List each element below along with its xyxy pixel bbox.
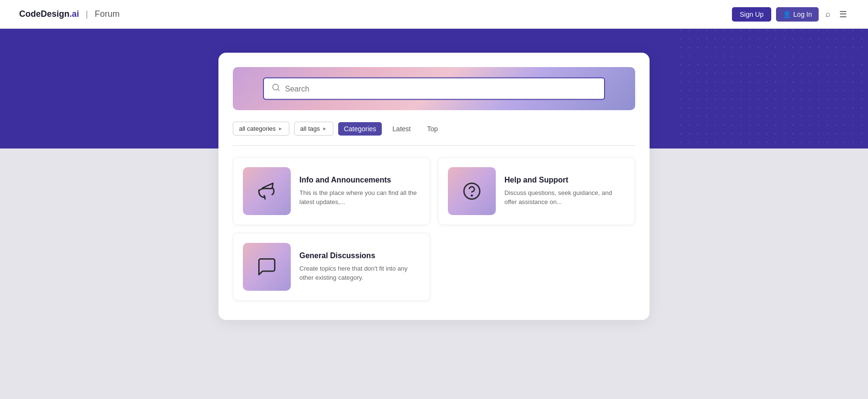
category-content-general: General Discussions Create topics here t… [299,251,420,283]
category-title-help: Help and Support [504,176,625,184]
tab-latest[interactable]: Latest [387,122,416,136]
category-icon-wrapper-info [243,167,291,215]
user-icon: 👤 [783,11,791,18]
category-card-help-support[interactable]: Help and Support Discuss questions, seek… [438,157,635,225]
category-card-general-discussions[interactable]: General Discussions Create topics here t… [233,233,430,301]
categories-filter-label: all categories [239,125,276,132]
category-desc-help: Discuss questions, seek guidance, and of… [504,188,625,207]
tab-top[interactable]: Top [421,122,444,136]
question-circle-icon [461,181,482,202]
signup-button[interactable]: Sign Up [732,7,771,22]
category-icon-wrapper-help [448,167,496,215]
category-title-info: Info and Announcements [299,176,420,184]
all-categories-filter[interactable]: all categories ► [233,122,289,136]
header: CodeDesign.ai | Forum Sign Up 👤 Log In ⌕… [0,0,868,29]
category-desc-general: Create topics here that don't fit into a… [299,264,420,283]
search-input[interactable] [285,84,596,93]
search-icon[interactable]: ⌕ [823,7,833,21]
category-content-help: Help and Support Discuss questions, seek… [504,176,625,207]
filter-row: all categories ► all tags ► Categories L… [233,122,635,136]
category-title-general: General Discussions [299,251,420,260]
categories-arrow-icon: ► [278,126,283,131]
banner [233,67,635,110]
search-icon [272,83,280,94]
forum-label: Forum [95,9,120,19]
forum-card: all categories ► all tags ► Categories L… [218,53,650,320]
svg-line-1 [277,89,279,91]
category-desc-info: This is the place where you can find all… [299,188,420,207]
search-wrapper [263,78,605,100]
tab-categories[interactable]: Categories [338,122,382,136]
logo: CodeDesign.ai | Forum [19,9,120,19]
tags-filter-label: all tags [300,125,320,132]
divider [233,145,635,146]
categories-grid: Info and Announcements This is the place… [233,157,635,301]
all-tags-filter[interactable]: all tags ► [294,122,333,136]
header-actions: Sign Up 👤 Log In ⌕ ☰ [732,7,849,22]
category-card-info-announcements[interactable]: Info and Announcements This is the place… [233,157,430,225]
megaphone-icon [256,181,277,202]
menu-icon[interactable]: ☰ [837,7,849,22]
search-box [263,78,605,100]
main-wrapper: all categories ► all tags ► Categories L… [0,29,868,339]
chat-bubble-icon [256,256,277,277]
category-content-info: Info and Announcements This is the place… [299,176,420,207]
tags-arrow-icon: ► [322,126,327,131]
login-button[interactable]: 👤 Log In [776,7,819,22]
category-icon-wrapper-general [243,243,291,291]
brand-name: CodeDesign.ai [19,9,79,19]
separator: | [86,9,88,19]
svg-point-2 [464,183,480,199]
